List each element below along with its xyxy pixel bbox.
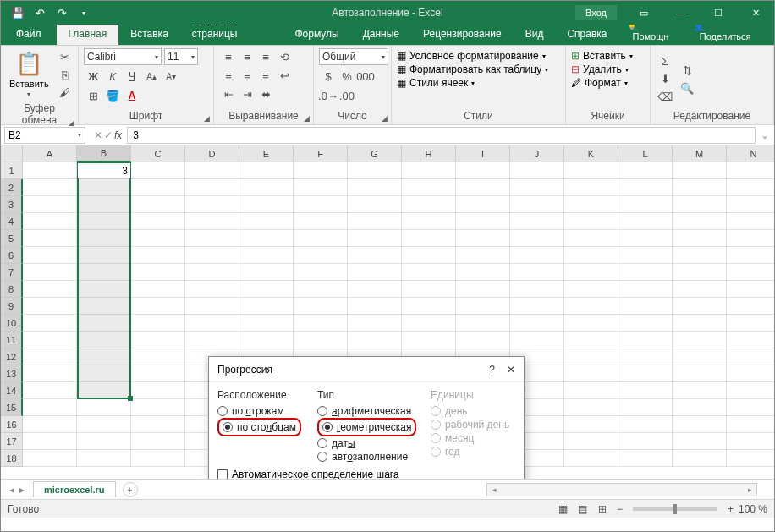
col-header-I[interactable]: I xyxy=(456,145,510,162)
redo-icon[interactable]: ↷ xyxy=(52,3,72,23)
cell[interactable] xyxy=(77,416,131,433)
col-header-F[interactable]: F xyxy=(294,145,348,162)
row-header-18[interactable]: 18 xyxy=(1,450,23,467)
cell[interactable] xyxy=(348,298,402,315)
cell[interactable] xyxy=(564,348,618,365)
cell[interactable] xyxy=(564,162,618,179)
col-header-D[interactable]: D xyxy=(185,145,239,162)
row-header-9[interactable]: 9 xyxy=(1,298,23,315)
cell[interactable] xyxy=(618,213,673,230)
cell[interactable] xyxy=(348,332,402,348)
cell[interactable] xyxy=(727,179,774,196)
cell[interactable] xyxy=(618,298,673,315)
cell[interactable] xyxy=(131,433,185,450)
tab-help[interactable]: Справка xyxy=(555,24,618,45)
cell[interactable] xyxy=(77,382,131,399)
cell[interactable] xyxy=(402,179,456,196)
cell[interactable] xyxy=(77,433,131,450)
thousands-icon[interactable]: 000 xyxy=(356,68,375,85)
cell[interactable] xyxy=(131,298,185,315)
font-size-combo[interactable]: 11▾ xyxy=(164,48,198,65)
cell[interactable] xyxy=(456,230,510,247)
row-header-6[interactable]: 6 xyxy=(1,247,23,264)
decrease-font-icon[interactable]: A▾ xyxy=(162,68,180,85)
cell[interactable] xyxy=(456,162,510,179)
cell[interactable] xyxy=(727,264,774,281)
cell[interactable] xyxy=(294,179,348,196)
format-as-table-button[interactable]: ▦Форматировать как таблицу ▾ xyxy=(397,63,560,75)
expand-formula-bar-icon[interactable]: ⌄ xyxy=(756,129,774,141)
cell[interactable] xyxy=(77,264,131,281)
cell[interactable] xyxy=(564,247,618,264)
cell[interactable] xyxy=(402,213,456,230)
cell[interactable] xyxy=(77,179,131,196)
cell[interactable] xyxy=(456,196,510,213)
qat-customize-icon[interactable]: ▾ xyxy=(74,3,94,23)
formula-input[interactable]: 3 xyxy=(127,127,756,144)
cell[interactable] xyxy=(23,162,77,179)
delete-cells-button[interactable]: ⊟Удалить ▾ xyxy=(571,63,645,75)
cell[interactable] xyxy=(185,162,239,179)
cell[interactable] xyxy=(618,416,673,433)
close-icon[interactable]: ✕ xyxy=(737,1,774,25)
zoom-in-icon[interactable]: + xyxy=(728,503,734,515)
cell[interactable] xyxy=(618,332,673,348)
col-header-G[interactable]: G xyxy=(348,145,402,162)
dialog-close-icon[interactable]: ✕ xyxy=(507,364,515,376)
row-header-7[interactable]: 7 xyxy=(1,264,23,281)
cell-styles-button[interactable]: ▦Стили ячеек ▾ xyxy=(397,77,560,89)
cell[interactable] xyxy=(673,298,727,315)
cell[interactable] xyxy=(348,247,402,264)
cell[interactable] xyxy=(618,315,673,332)
col-header-N[interactable]: N xyxy=(727,145,774,162)
cell[interactable] xyxy=(673,247,727,264)
cell[interactable] xyxy=(239,264,294,281)
clear-icon[interactable]: ⌫ xyxy=(656,89,674,106)
cell[interactable] xyxy=(456,298,510,315)
cell[interactable] xyxy=(294,247,348,264)
cell[interactable] xyxy=(564,450,618,467)
find-icon[interactable]: 🔍 xyxy=(678,80,696,96)
page-layout-view-icon[interactable]: ▤ xyxy=(574,502,592,517)
row-header-15[interactable]: 15 xyxy=(1,399,23,416)
cell[interactable] xyxy=(77,281,131,298)
align-left-icon[interactable]: ≡ xyxy=(219,67,238,84)
col-header-L[interactable]: L xyxy=(618,145,673,162)
fx-icon[interactable]: fx xyxy=(114,129,122,141)
italic-button[interactable]: К xyxy=(103,68,122,85)
format-painter-icon[interactable]: 🖌 xyxy=(56,84,74,101)
cell[interactable] xyxy=(727,433,774,450)
cell[interactable] xyxy=(348,162,402,179)
row-header-2[interactable]: 2 xyxy=(1,179,23,196)
cell[interactable] xyxy=(456,332,510,348)
align-top-icon[interactable]: ≡ xyxy=(219,48,238,65)
dialog-titlebar[interactable]: Прогрессия ? ✕ xyxy=(209,357,524,382)
align-middle-icon[interactable]: ≡ xyxy=(238,48,256,65)
insert-cells-button[interactable]: ⊞Вставить ▾ xyxy=(571,50,645,62)
cell[interactable] xyxy=(564,416,618,433)
cell[interactable] xyxy=(510,196,564,213)
zoom-out-icon[interactable]: − xyxy=(617,503,623,515)
col-header-M[interactable]: M xyxy=(673,145,727,162)
cell[interactable] xyxy=(564,230,618,247)
cell[interactable] xyxy=(564,315,618,332)
cell[interactable] xyxy=(618,179,673,196)
cell[interactable] xyxy=(456,179,510,196)
radio-autofill[interactable]: автозаполнение xyxy=(317,450,426,463)
cell[interactable] xyxy=(727,230,774,247)
row-header-11[interactable]: 11 xyxy=(1,332,23,348)
cell[interactable] xyxy=(348,315,402,332)
zoom-level[interactable]: 100 % xyxy=(739,503,767,515)
increase-indent-icon[interactable]: ⇥ xyxy=(238,85,256,102)
wrap-text-icon[interactable]: ↩ xyxy=(275,67,294,84)
cell[interactable] xyxy=(456,264,510,281)
tab-file[interactable]: Файл xyxy=(1,24,57,45)
cell[interactable] xyxy=(618,162,673,179)
cell[interactable] xyxy=(618,365,673,382)
cell[interactable] xyxy=(564,298,618,315)
row-header-14[interactable]: 14 xyxy=(1,382,23,399)
cell[interactable] xyxy=(564,213,618,230)
merge-icon[interactable]: ⬌ xyxy=(256,85,275,102)
cell[interactable] xyxy=(402,315,456,332)
maximize-icon[interactable]: ☐ xyxy=(700,1,737,25)
